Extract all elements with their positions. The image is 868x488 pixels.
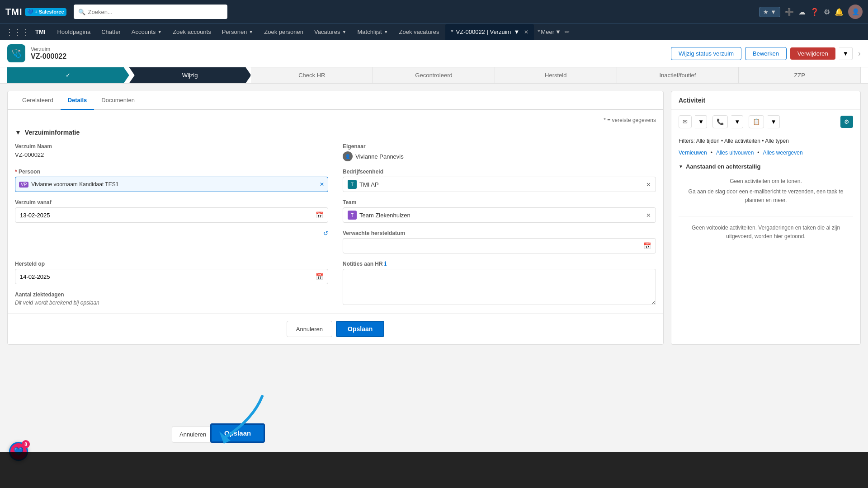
alles-uitvouwen-link[interactable]: Alles uitvouwen <box>716 150 754 156</box>
annuleren-button[interactable]: Annuleren <box>287 321 332 337</box>
tab-details-label: Details <box>68 97 87 103</box>
notifications-icon[interactable]: 🔔 <box>835 8 844 16</box>
field-team-label: Team <box>343 199 656 206</box>
nav-zoek-personen[interactable]: Zoek personen <box>259 24 308 40</box>
actions-dropdown-button[interactable]: ▼ <box>839 47 853 60</box>
filter-bar: Filters: Alle tijden • Alle activiteiten… <box>671 134 860 148</box>
record-header: 🩺 Verzuim VZ-000022 Wijzig status verzui… <box>0 40 868 67</box>
settings-icon[interactable]: ⚙ <box>824 8 830 16</box>
nav-edit-icon[interactable]: ✏ <box>565 28 570 35</box>
favorites-button[interactable]: ★ ▼ <box>759 7 780 17</box>
tab-details[interactable]: Details <box>61 91 94 110</box>
required-note: * = vereiste gegevens <box>15 117 656 123</box>
section-verzuiminformatie[interactable]: ▼ Verzuiminformatie <box>15 129 656 136</box>
more-tabs-button[interactable]: * Meer ▼ <box>538 28 561 35</box>
persoon-tag-field[interactable]: VP Vivianne voornaam Kandidaat TES1 ✕ <box>15 177 328 192</box>
upcoming-label: Aanstaand en achterstallig <box>686 163 760 170</box>
email-dropdown-button[interactable]: ▼ <box>695 115 707 128</box>
notities-textarea[interactable] <box>343 269 656 305</box>
tab-close-icon[interactable]: ✕ <box>524 29 528 35</box>
field-bedrijfseenheid-label: Bedrijfseenheid <box>343 169 656 175</box>
record-collapse-icon[interactable]: › <box>858 49 861 58</box>
verwachte-calendar-icon[interactable]: 📅 <box>643 242 651 249</box>
opslaan-button[interactable]: Opslaan <box>336 321 384 337</box>
call-dropdown-button[interactable]: ▼ <box>731 115 743 128</box>
apps-grid-icon[interactable]: ⋮⋮⋮ <box>5 27 30 37</box>
nav-personen[interactable]: Personen ▼ <box>217 24 258 40</box>
persoon-remove-icon[interactable]: ✕ <box>320 181 324 188</box>
detail-tabs: Gerelateerd Details Documenten <box>8 91 663 110</box>
nav-matchlijst-label: Matchlijst <box>357 28 382 35</box>
more-tabs-asterisk: * <box>538 28 540 35</box>
progress-step-checkhr[interactable]: Check HR <box>251 67 373 83</box>
tab-chevron-icon: ▼ <box>514 28 519 35</box>
tab-documenten[interactable]: Documenten <box>94 91 142 110</box>
nav-zoek-vacatures[interactable]: Zoek vacatures <box>395 24 444 40</box>
task-dropdown-button[interactable]: ▼ <box>768 115 779 128</box>
cloud-icon[interactable]: ☁ <box>798 8 806 16</box>
nav-vacatures[interactable]: Vacatures ▼ <box>310 24 351 40</box>
progress-step-inactief[interactable]: Inactief/foutief <box>617 67 739 83</box>
team-remove-icon[interactable]: ✕ <box>646 212 651 219</box>
progress-step-checkmark[interactable]: ✓ <box>7 67 129 83</box>
verwijderen-button[interactable]: Verwijderen <box>790 47 835 60</box>
bedrijfseenheid-remove-icon[interactable]: ✕ <box>646 181 651 188</box>
record-type-icon: 🩺 <box>11 48 21 58</box>
wijzig-status-button[interactable]: Wijzig status verzuim <box>671 47 741 60</box>
progress-step-hersteld[interactable]: Hersteld <box>495 67 617 83</box>
nav-matchlijst[interactable]: Matchlijst ▼ <box>353 24 392 40</box>
verzuim-vanaf-input[interactable]: 📅 <box>15 207 328 223</box>
upcoming-section: ▼ Aanstaand en achterstallig Geen activi… <box>671 158 860 250</box>
avatar[interactable]: 👤 <box>848 5 863 19</box>
field-verzuim-naam-value: VZ-000022 <box>15 151 328 158</box>
search-input[interactable] <box>88 9 223 15</box>
tab-verzuim[interactable]: * VZ-000022 | Verzuim ▼ ✕ <box>445 24 534 40</box>
nav-zoek-personen-label: Zoek personen <box>264 28 303 35</box>
progress-step-gecontroleerd[interactable]: Gecontroleerd <box>373 67 495 83</box>
field-verzuim-naam: Verzuim Naam VZ-000022 <box>15 143 328 161</box>
hersteld-op-value[interactable] <box>20 273 313 280</box>
nav-accounts[interactable]: Accounts ▼ <box>127 24 166 40</box>
nav-chatter[interactable]: Chatter <box>97 24 125 40</box>
vernieuwen-link[interactable]: Vernieuwen <box>679 150 707 156</box>
task-button[interactable]: 📋 <box>749 115 764 128</box>
help-icon[interactable]: ❓ <box>810 8 819 16</box>
field-verzuim-naam-label: Verzuim Naam <box>15 143 328 150</box>
activity-header: Activiteit <box>671 91 860 110</box>
nav-hoofdpagina[interactable]: Hoofdpagina <box>52 24 95 40</box>
field-persoon: * Persoon VP Vivianne voornaam Kandidaat… <box>15 169 328 192</box>
bewerken-button[interactable]: Bewerken <box>745 47 787 60</box>
tab-verzuim-label: VZ-000022 | Verzuim <box>456 28 511 35</box>
alles-weergeven-link[interactable]: Alles weergeven <box>763 150 803 156</box>
verwachte-hersteldatum-value[interactable] <box>348 243 641 249</box>
activity-title: Activiteit <box>679 97 705 104</box>
verwachte-hersteldatum-input[interactable]: 📅 <box>343 238 656 253</box>
checkmark-icon: ✓ <box>66 72 71 79</box>
tab-gerelateerd[interactable]: Gerelateerd <box>15 91 61 110</box>
call-button[interactable]: 📞 <box>712 115 728 128</box>
search-bar[interactable]: 🔍 <box>74 5 227 19</box>
step-gecontroleerd-label: Gecontroleerd <box>415 72 452 79</box>
verzuim-vanaf-value[interactable] <box>20 212 313 219</box>
no-completed-text: Geen voltooide activiteiten. Vergadering… <box>679 216 853 244</box>
team-select[interactable]: T Team Ziekenhuizen ✕ <box>343 207 656 223</box>
more-chevron-icon: ▼ <box>555 28 561 35</box>
activity-settings-button[interactable]: ⚙ <box>840 116 853 128</box>
hersteld-calendar-icon[interactable]: 📅 <box>316 273 323 280</box>
record-title: VZ-000022 <box>31 52 66 61</box>
progress-step-wijzig[interactable]: Wijzig <box>129 67 251 83</box>
step-hersteld-label: Hersteld <box>545 72 566 79</box>
email-button[interactable]: ✉ <box>679 115 692 128</box>
upcoming-title[interactable]: ▼ Aanstaand en achterstallig <box>679 163 853 170</box>
refresh-icon[interactable]: ↺ <box>323 230 328 237</box>
nav-zoek-accounts-label: Zoek accounts <box>173 28 211 35</box>
field-hersteld-op-label: Hersteld op <box>15 261 328 267</box>
nav-zoek-accounts[interactable]: Zoek accounts <box>168 24 216 40</box>
no-activity-1: Geen activiteiten om te tonen. Ga aan de… <box>679 174 853 209</box>
bedrijfseenheid-select[interactable]: T TMI AP ✕ <box>343 177 656 192</box>
step-zzp-label: ZZP <box>794 72 805 79</box>
progress-step-zzp[interactable]: ZZP <box>739 67 861 83</box>
add-button[interactable]: ➕ <box>785 8 794 16</box>
hersteld-op-input[interactable]: 📅 <box>15 269 328 284</box>
calendar-icon[interactable]: 📅 <box>316 211 323 219</box>
